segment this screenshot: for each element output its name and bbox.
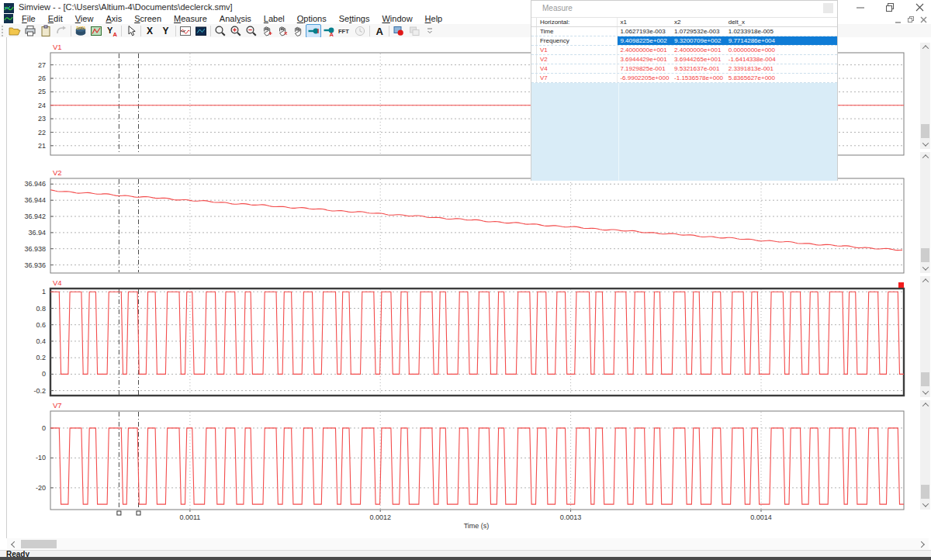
x-scale-icon[interactable]: X bbox=[143, 24, 158, 38]
zoom-icon[interactable] bbox=[213, 24, 228, 38]
measure-row-label[interactable]: Frequency bbox=[537, 36, 618, 45]
measure-value[interactable]: 5.8365627e+000 bbox=[726, 74, 837, 82]
scroll-left-button[interactable] bbox=[8, 539, 19, 549]
row-selector-cell[interactable] bbox=[531, 18, 537, 26]
menu-item-view[interactable]: View bbox=[69, 13, 100, 24]
measure-panel[interactable]: Measure Horizontal:x1x2delt_xTime1.06271… bbox=[531, 0, 838, 181]
marker-add-icon[interactable] bbox=[391, 24, 407, 38]
y-axis-format-icon[interactable]: YA bbox=[104, 24, 119, 38]
scroll-right-button[interactable] bbox=[917, 539, 928, 549]
plot-V4[interactable]: V4-0.200.20.40.60.81 bbox=[33, 278, 904, 396]
open-folder-icon[interactable] bbox=[7, 24, 22, 38]
screen-color-icon[interactable] bbox=[193, 24, 209, 38]
measure-value[interactable]: 0.0000000e+000 bbox=[726, 46, 837, 54]
scroll-down-button[interactable] bbox=[920, 500, 930, 510]
toolbar-grip[interactable] bbox=[2, 26, 5, 36]
pan-icon[interactable] bbox=[290, 24, 306, 38]
measure-row-label[interactable]: V4 bbox=[537, 64, 618, 73]
menu-item-analysis[interactable]: Analysis bbox=[213, 13, 258, 24]
menu-item-measure[interactable]: Measure bbox=[168, 13, 213, 24]
measure-value[interactable]: 3.6944429e+001 bbox=[618, 55, 672, 64]
scroll-up-button[interactable] bbox=[920, 276, 930, 285]
measure-value[interactable]: 9.5321637e-001 bbox=[672, 64, 726, 73]
menu-item-settings[interactable]: Settings bbox=[333, 13, 376, 24]
zoom-out-icon[interactable] bbox=[244, 24, 259, 38]
vertical-scrollbar-plot2[interactable] bbox=[920, 152, 930, 273]
pointer-icon[interactable] bbox=[123, 24, 139, 38]
vertical-scrollbar-thumb[interactable] bbox=[921, 248, 929, 262]
measure-value[interactable]: 9.7714286e+004 bbox=[726, 36, 837, 45]
measure-row-label[interactable]: V2 bbox=[537, 55, 618, 64]
measure-value[interactable]: 1.0627193e-003 bbox=[618, 27, 672, 36]
scroll-down-button[interactable] bbox=[920, 140, 930, 149]
document-icon[interactable] bbox=[4, 14, 13, 23]
measure-row-frequency[interactable]: Frequency9.4098225e+0029.3200709e+0029.7… bbox=[531, 36, 837, 46]
measure-value[interactable]: -1.1536578e+000 bbox=[672, 74, 726, 82]
row-selector-cell[interactable] bbox=[531, 74, 537, 82]
measure-row-label[interactable]: V7 bbox=[537, 74, 618, 82]
measure-value[interactable]: delt_x bbox=[726, 18, 837, 26]
scroll-down-button[interactable] bbox=[920, 388, 930, 397]
undo-icon[interactable] bbox=[54, 24, 69, 38]
clock-icon[interactable] bbox=[352, 24, 368, 38]
measure-value[interactable]: 2.3391813e-001 bbox=[726, 64, 837, 73]
measure-row-v4[interactable]: V47.1929825e-0019.5321637e-0012.3391813e… bbox=[531, 64, 837, 74]
menu-item-edit[interactable]: Edit bbox=[42, 13, 69, 24]
menu-item-label[interactable]: Label bbox=[258, 13, 291, 24]
vertical-scrollbar-plot1[interactable] bbox=[920, 43, 930, 149]
print-icon[interactable] bbox=[22, 24, 38, 38]
measure-row-v7[interactable]: V7-6.9902205e+000-1.1536578e+0005.836562… bbox=[531, 74, 837, 83]
measure-row-label[interactable]: Horizontal: bbox=[537, 18, 618, 26]
measure-value[interactable]: 9.4098225e+002 bbox=[618, 36, 672, 45]
row-selector-cell[interactable] bbox=[531, 36, 537, 45]
plot-V2[interactable]: V236.93636.93836.9436.94236.94436.946 bbox=[24, 168, 904, 273]
chart-options-icon[interactable] bbox=[88, 24, 104, 38]
minimize-button[interactable] bbox=[850, 2, 870, 13]
pan-zoom-out-icon[interactable] bbox=[275, 24, 290, 38]
scroll-up-button[interactable] bbox=[920, 400, 930, 410]
cursor-x1-handle[interactable] bbox=[117, 511, 121, 515]
measure-value[interactable]: 9.3200709e+002 bbox=[672, 36, 726, 45]
text-annotation-icon[interactable]: A bbox=[372, 24, 387, 38]
measure-row-time[interactable]: Time1.0627193e-0031.0729532e-0031.023391… bbox=[531, 27, 837, 36]
cursor-x2-handle[interactable] bbox=[137, 511, 140, 515]
horizontal-scrollbar-thumb[interactable] bbox=[21, 540, 57, 548]
row-selector-cell[interactable] bbox=[531, 64, 537, 73]
row-selector-cell[interactable] bbox=[531, 55, 537, 64]
measure-value[interactable]: 7.1929825e-001 bbox=[618, 64, 672, 73]
measure-row-label[interactable]: Time bbox=[537, 27, 618, 36]
vertical-scrollbar-plot3[interactable] bbox=[920, 276, 930, 397]
menu-item-axis[interactable]: Axis bbox=[99, 13, 128, 24]
scroll-up-button[interactable] bbox=[920, 43, 930, 52]
horizontal-scrollbar[interactable] bbox=[7, 538, 929, 550]
toolbar-overflow-icon[interactable] bbox=[422, 24, 438, 38]
measure-value[interactable]: 1.0729532e-003 bbox=[672, 27, 726, 36]
menu-item-options[interactable]: Options bbox=[291, 13, 333, 24]
vertical-scrollbar-thumb[interactable] bbox=[921, 372, 929, 386]
close-button[interactable] bbox=[909, 2, 929, 13]
measure-value[interactable]: 2.4000000e+001 bbox=[672, 46, 726, 54]
scroll-up-button[interactable] bbox=[920, 152, 930, 161]
pan-zoom-in-icon[interactable] bbox=[259, 24, 275, 38]
cursor-b-icon[interactable]: A bbox=[321, 24, 337, 38]
measure-value[interactable]: 2.4000000e+001 bbox=[618, 46, 672, 54]
waveform-view-icon[interactable] bbox=[178, 24, 193, 38]
mdi-restore-button[interactable] bbox=[905, 15, 917, 24]
row-selector-cell[interactable] bbox=[531, 46, 537, 54]
measure-row-label[interactable]: V1 bbox=[537, 46, 618, 54]
data-source-icon[interactable]: DATA bbox=[73, 24, 88, 38]
measure-value[interactable]: -1.6414338e-004 bbox=[726, 55, 837, 64]
restore-button[interactable] bbox=[880, 2, 900, 13]
measure-value[interactable]: x1 bbox=[618, 18, 672, 26]
y-scale-icon[interactable]: Y bbox=[158, 24, 174, 38]
menu-item-file[interactable]: File bbox=[16, 13, 42, 24]
measure-panel-close-icon[interactable] bbox=[823, 3, 833, 13]
measure-header-row[interactable]: Horizontal:x1x2delt_x bbox=[531, 17, 837, 27]
vertical-scrollbar-thumb[interactable] bbox=[921, 485, 929, 499]
cursor-a-icon[interactable] bbox=[306, 24, 321, 38]
mdi-close-button[interactable] bbox=[917, 15, 929, 24]
menu-item-window[interactable]: Window bbox=[376, 13, 418, 24]
marker-remove-icon[interactable] bbox=[407, 24, 422, 38]
menu-item-help[interactable]: Help bbox=[419, 13, 449, 24]
measure-value[interactable]: -6.9902205e+000 bbox=[618, 74, 672, 82]
